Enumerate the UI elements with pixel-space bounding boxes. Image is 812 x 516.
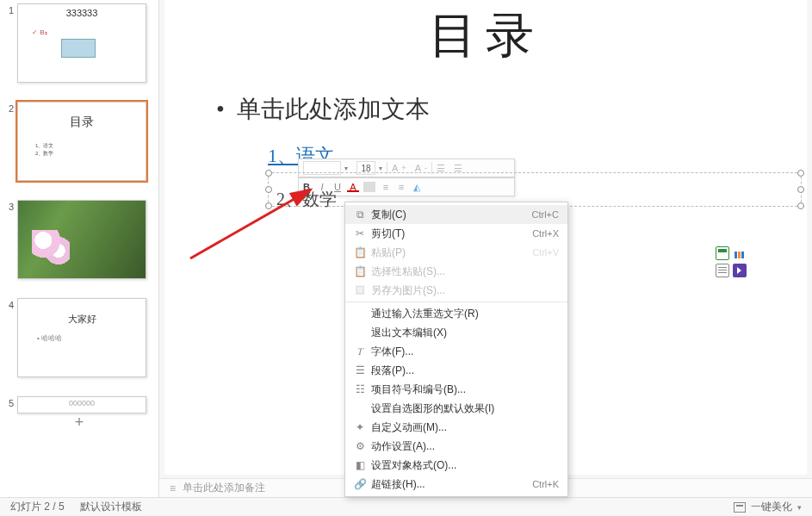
chevron-down-icon: ▾ (797, 503, 802, 512)
thumb-title: 000000 (18, 399, 146, 407)
thumbnail-index: 1 (3, 3, 14, 16)
thumb-title: 333333 (18, 8, 146, 18)
menu-item-icon: ⚙ (352, 440, 368, 452)
menu-item-shortcut: Ctrl+X (532, 228, 559, 239)
notes-placeholder[interactable]: 单击此处添加备注 (183, 481, 265, 495)
insert-text-icon[interactable] (716, 264, 729, 277)
context-menu-item[interactable]: ⧉复制(C)Ctrl+C (345, 205, 567, 224)
context-menu-item: 📋粘贴(P)Ctrl+V (345, 243, 567, 262)
menu-item-icon: 📋 (352, 265, 368, 277)
beautify-button[interactable]: 一键美化 (751, 500, 792, 514)
thumb-image (17, 200, 146, 279)
beautify-icon[interactable] (734, 502, 746, 513)
slide-title[interactable]: 目录 (164, 3, 807, 69)
menu-item-label: 剪切(T) (368, 227, 532, 241)
menu-item-icon: ☰ (352, 364, 368, 376)
resize-handle[interactable] (265, 170, 272, 177)
thumb-line: 1、语文 (35, 142, 53, 150)
context-menu-item[interactable]: 通过输入法重选文字(R) (345, 304, 567, 323)
thumbnail-2[interactable]: 2 目录 1、语文 2、数学 (0, 102, 158, 181)
thumb-line: 2、数学 (35, 150, 53, 158)
menu-item-icon: 𝑇 (352, 345, 368, 357)
thumbnail-index: 5 (3, 396, 14, 408)
thumb-title: 目录 (18, 115, 146, 130)
resize-handle[interactable] (797, 202, 804, 209)
context-menu-item[interactable]: 𝑇字体(F)... (345, 342, 567, 361)
insert-chart-icon[interactable] (733, 246, 747, 260)
template-name: 默认设计模板 (80, 500, 142, 514)
menu-item-label: 退出文本编辑(X) (368, 326, 559, 340)
context-menu[interactable]: ⧉复制(C)Ctrl+C✂剪切(T)Ctrl+X📋粘贴(P)Ctrl+V📋选择性… (344, 202, 568, 497)
context-menu-item: 🖼另存为图片(S)... (345, 281, 567, 300)
thumbnail-5[interactable]: 5 000000 (0, 396, 158, 413)
textbox-line-2[interactable]: 2、数学 (276, 188, 337, 211)
thumb-sublabel: ✓ B₂ (32, 28, 47, 36)
resize-handle[interactable] (797, 186, 804, 193)
menu-item-label: 设置自选图形的默认效果(I) (368, 401, 559, 416)
menu-item-label: 超链接(H)... (368, 477, 532, 492)
menu-item-label: 项目符号和编号(B)... (368, 382, 559, 397)
chevron-down-icon: ▾ (379, 165, 382, 172)
resize-handle[interactable] (265, 202, 272, 209)
menu-item-icon: ✂ (352, 227, 368, 239)
menu-item-icon: 🔗 (352, 478, 368, 490)
thumbnail-3[interactable]: 3 (0, 200, 158, 279)
thumbnail-4[interactable]: 4 大家好 • 哈哈哈 (0, 298, 158, 377)
menu-item-icon: ☷ (352, 383, 368, 395)
context-menu-item[interactable]: 设置自选图形的默认效果(I) (345, 399, 567, 418)
thumbnail-index: 3 (3, 200, 14, 212)
context-menu-item[interactable]: ☰段落(P)... (345, 361, 567, 380)
menu-item-icon: ⧉ (352, 208, 368, 221)
menu-item-icon: 📋 (352, 246, 368, 258)
menu-item-icon: ◧ (352, 459, 368, 471)
context-menu-item[interactable]: ◧设置对象格式(O)... (345, 456, 567, 475)
insert-media-icon[interactable] (733, 264, 747, 277)
menu-item-label: 设置对象格式(O)... (368, 458, 559, 473)
menu-item-label: 动作设置(A)... (368, 439, 559, 454)
menu-item-label: 另存为图片(S)... (368, 283, 559, 298)
menu-item-label: 通过输入法重选文字(R) (368, 307, 559, 321)
context-menu-item[interactable]: 退出文本编辑(X) (345, 323, 567, 342)
thumb-sub: • 哈哈哈 (37, 333, 62, 343)
context-menu-item[interactable]: ✦自定义动画(M)... (345, 418, 567, 437)
content-placeholder[interactable]: 单击此处添加文本 (216, 93, 430, 126)
thumbnail-index: 4 (3, 298, 14, 310)
add-slide-button[interactable]: + (0, 410, 158, 434)
menu-item-shortcut: Ctrl+V (532, 247, 559, 258)
insert-table-icon[interactable] (716, 246, 729, 260)
resize-handle[interactable] (265, 186, 272, 193)
menu-item-label: 选择性粘贴(S)... (368, 264, 559, 279)
resize-handle[interactable] (797, 170, 804, 177)
menu-item-label: 字体(F)... (368, 345, 559, 359)
menu-item-shortcut: Ctrl+C (532, 209, 559, 220)
chevron-down-icon: ▾ (344, 165, 348, 172)
status-bar: 幻灯片 2 / 5 默认设计模板 一键美化 ▾ (0, 497, 812, 516)
menu-item-label: 复制(C) (368, 208, 532, 222)
menu-item-shortcut: Ctrl+K (532, 479, 559, 489)
menu-item-label: 自定义动画(M)... (368, 420, 559, 435)
menu-item-label: 粘贴(P) (368, 246, 532, 260)
context-menu-item: 📋选择性粘贴(S)... (345, 262, 567, 281)
menu-item-label: 段落(P)... (368, 364, 559, 378)
context-menu-item[interactable]: 🔗超链接(H)...Ctrl+K (345, 475, 567, 494)
thumb-title: 大家好 (18, 313, 146, 326)
context-menu-item[interactable]: ⚙动作设置(A)... (345, 437, 567, 456)
context-menu-item[interactable]: ✂剪切(T)Ctrl+X (345, 224, 567, 243)
menu-item-icon: ✦ (352, 421, 368, 433)
thumbnail-1[interactable]: 1 333333 ✓ B₂ (0, 3, 158, 83)
slide-counter: 幻灯片 2 / 5 (10, 500, 65, 514)
context-menu-item[interactable]: ☷项目符号和编号(B)... (345, 380, 567, 399)
thumbnail-index: 2 (3, 102, 14, 114)
menu-item-icon: 🖼 (352, 284, 368, 296)
thumb-shape (61, 39, 96, 58)
slide-thumbnails-panel[interactable]: 1 333333 ✓ B₂ 2 目录 1、语文 2、数学 3 (0, 0, 159, 497)
notes-collapse-icon[interactable]: ≡ (170, 482, 176, 494)
